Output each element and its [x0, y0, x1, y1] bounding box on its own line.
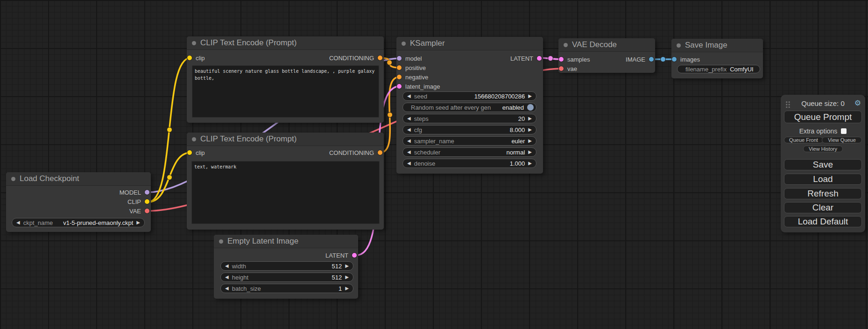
increment-arrow-icon[interactable]: ▶: [345, 264, 349, 268]
view-history-button[interactable]: View History: [803, 146, 843, 152]
widget-seed[interactable]: ◀ seed 156680208700286 ▶: [402, 91, 536, 101]
conditioning-port-dot[interactable]: [397, 75, 402, 79]
image-port-dot[interactable]: [672, 57, 677, 62]
collapse-dot-icon[interactable]: [192, 137, 196, 141]
load-default-button[interactable]: Load Default: [784, 216, 862, 227]
increment-arrow-icon[interactable]: ▶: [528, 94, 532, 98]
output-port-latent[interactable]: LATENT: [325, 251, 357, 260]
latent-port-dot[interactable]: [352, 253, 357, 258]
decrement-arrow-icon[interactable]: ◀: [407, 161, 411, 166]
collapse-dot-icon[interactable]: [564, 43, 568, 47]
output-port-latent[interactable]: LATENT: [510, 54, 542, 63]
latent-port-dot[interactable]: [397, 84, 402, 89]
widget-height[interactable]: ◀ height 512 ▶: [220, 273, 353, 282]
node-empty-latent-image[interactable]: Empty Latent Image LATENT ◀ width 512 ▶ …: [214, 235, 358, 299]
decrement-arrow-icon[interactable]: ◀: [407, 150, 411, 154]
queue-menu-panel[interactable]: Queue size: 0 ⚙ Queue Prompt Extra optio…: [781, 95, 865, 232]
conditioning-port-dot[interactable]: [397, 65, 402, 70]
conditioning-port-dot[interactable]: [378, 150, 382, 155]
node-vae-decode[interactable]: VAE Decode samples vae IMAGE: [558, 38, 655, 73]
widget-steps[interactable]: ◀ steps 20 ▶: [402, 114, 536, 123]
input-port-images[interactable]: images: [672, 55, 700, 64]
input-port-samples[interactable]: samples: [559, 55, 590, 64]
clip-port-dot[interactable]: [187, 150, 192, 155]
increment-arrow-icon[interactable]: ▶: [528, 150, 532, 154]
widget-scheduler[interactable]: ◀ scheduler normal ▶: [402, 147, 536, 157]
node-title-bar[interactable]: CLIP Text Encode (Prompt): [187, 133, 384, 146]
decrement-arrow-icon[interactable]: ◀: [225, 264, 229, 268]
node-title-bar[interactable]: VAE Decode: [558, 38, 655, 52]
input-port-negative[interactable]: negative: [397, 72, 428, 82]
node-title-bar[interactable]: Save Image: [671, 39, 763, 52]
node-ksampler[interactable]: KSampler model positive negative latent_…: [396, 37, 543, 174]
widget-denoise[interactable]: ◀ denoise 1.000 ▶: [402, 159, 536, 168]
collapse-dot-icon[interactable]: [402, 42, 406, 46]
extra-options-checkbox[interactable]: [841, 128, 847, 134]
node-title-bar[interactable]: Empty Latent Image: [214, 235, 358, 248]
image-port-dot[interactable]: [649, 57, 654, 62]
increment-arrow-icon[interactable]: ▶: [528, 116, 532, 121]
widget-cfg[interactable]: ◀ cfg 8.000 ▶: [402, 125, 536, 134]
widget-width[interactable]: ◀ width 512 ▶: [220, 261, 353, 271]
input-port-model[interactable]: model: [397, 54, 422, 63]
output-port-vae[interactable]: VAE: [129, 206, 149, 216]
collapse-dot-icon[interactable]: [219, 239, 223, 244]
decrement-arrow-icon[interactable]: ◀: [407, 94, 411, 98]
decrement-arrow-icon[interactable]: ◀: [16, 220, 20, 225]
output-port-clip[interactable]: CLIP: [127, 197, 149, 206]
node-save-image[interactable]: Save Image images filename_prefix ComfyU…: [671, 39, 763, 78]
vae-port-dot[interactable]: [559, 66, 564, 71]
input-port-clip[interactable]: clip: [187, 148, 205, 157]
decrement-arrow-icon[interactable]: ◀: [225, 275, 229, 280]
widget-sampler-name[interactable]: ◀ sampler_name euler ▶: [402, 136, 536, 146]
model-port-dot[interactable]: [145, 190, 149, 195]
node-load-checkpoint[interactable]: Load Checkpoint MODEL CLIP VAE ◀ ckpt_na…: [6, 172, 151, 232]
increment-arrow-icon[interactable]: ▶: [528, 139, 532, 143]
output-port-image[interactable]: IMAGE: [626, 55, 654, 64]
save-button[interactable]: Save: [784, 159, 862, 170]
node-title-bar[interactable]: CLIP Text Encode (Prompt): [187, 36, 384, 50]
node-title-bar[interactable]: KSampler: [396, 37, 543, 50]
refresh-button[interactable]: Refresh: [784, 188, 862, 199]
latent-port-dot[interactable]: [559, 57, 564, 62]
widget-random-seed-toggle[interactable]: Random seed after every gen enabled: [402, 103, 536, 112]
load-button[interactable]: Load: [784, 174, 862, 185]
decrement-arrow-icon[interactable]: ◀: [407, 127, 411, 132]
input-port-positive[interactable]: positive: [397, 63, 426, 72]
decrement-arrow-icon[interactable]: ◀: [225, 286, 229, 291]
input-port-vae[interactable]: vae: [559, 64, 577, 73]
positive-prompt-textarea[interactable]: beautiful scenery nature glass bottle la…: [192, 65, 379, 118]
clip-port-dot[interactable]: [145, 199, 149, 204]
node-title-bar[interactable]: Load Checkpoint: [6, 172, 151, 186]
queue-prompt-button[interactable]: Queue Prompt: [784, 111, 862, 123]
widget-filename-prefix[interactable]: filename_prefix ComfyUI: [677, 65, 760, 73]
input-port-latent-image[interactable]: latent_image: [397, 82, 440, 91]
negative-prompt-textarea[interactable]: text, watermark: [191, 161, 380, 224]
output-port-conditioning[interactable]: CONDITIONING: [329, 148, 382, 157]
increment-arrow-icon[interactable]: ▶: [136, 220, 140, 225]
view-queue-button[interactable]: View Queue: [822, 137, 862, 143]
output-port-model[interactable]: MODEL: [120, 188, 149, 197]
model-port-dot[interactable]: [397, 56, 402, 61]
widget-batch-size[interactable]: ◀ batch_size 1 ▶: [220, 284, 353, 293]
collapse-dot-icon[interactable]: [192, 41, 196, 45]
increment-arrow-icon[interactable]: ▶: [345, 275, 349, 280]
queue-front-button[interactable]: Queue Front: [784, 137, 823, 143]
decrement-arrow-icon[interactable]: ◀: [407, 139, 411, 143]
toggle-enabled-icon[interactable]: [527, 104, 534, 111]
decrement-arrow-icon[interactable]: ◀: [407, 116, 411, 121]
node-graph-canvas[interactable]: Load Checkpoint MODEL CLIP VAE ◀ ckpt_na…: [0, 0, 868, 329]
input-port-clip[interactable]: clip: [187, 53, 205, 63]
widget-ckpt-name[interactable]: ◀ ckpt_name v1-5-pruned-emaonly.ckpt ▶: [12, 218, 145, 227]
node-clip-text-encode-negative[interactable]: CLIP Text Encode (Prompt) clip CONDITION…: [187, 133, 384, 230]
output-port-conditioning[interactable]: CONDITIONING: [329, 53, 382, 63]
gear-icon[interactable]: ⚙: [854, 98, 861, 107]
collapse-dot-icon[interactable]: [677, 43, 681, 48]
node-clip-text-encode-positive[interactable]: CLIP Text Encode (Prompt) clip CONDITION…: [187, 36, 384, 123]
clip-port-dot[interactable]: [187, 56, 192, 60]
vae-port-dot[interactable]: [145, 209, 149, 213]
clear-button[interactable]: Clear: [784, 202, 862, 213]
increment-arrow-icon[interactable]: ▶: [345, 286, 349, 291]
latent-port-dot[interactable]: [537, 56, 542, 61]
increment-arrow-icon[interactable]: ▶: [528, 127, 532, 132]
